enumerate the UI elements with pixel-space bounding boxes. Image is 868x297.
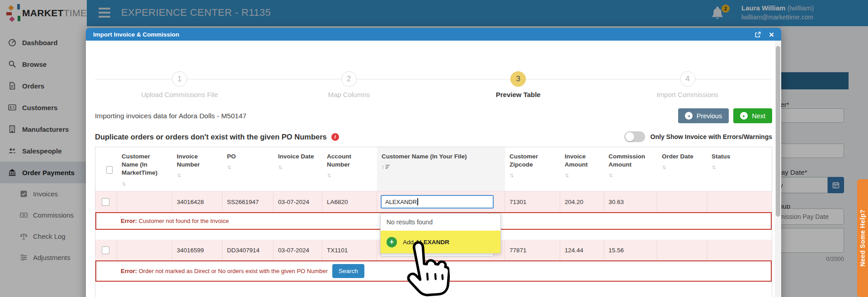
- close-icon[interactable]: ×: [769, 30, 774, 39]
- col-order-date[interactable]: Order Date↑↓: [657, 147, 707, 191]
- col-customer-name-file[interactable]: Customer Name (In Your File)↑: [377, 147, 505, 191]
- col-invoice-amount[interactable]: Invoice Amount↑↓: [560, 147, 604, 191]
- need-help-tab[interactable]: Need Some Help?: [857, 179, 868, 297]
- modal-scrollbar[interactable]: [775, 41, 781, 297]
- info-icon[interactable]: i: [331, 133, 339, 141]
- col-customer-name-mt[interactable]: Customer Name (In MarketTime)↑↓: [117, 147, 172, 191]
- sort-amount-icon[interactable]: ↑: [382, 163, 500, 171]
- importing-info-text: Importing invoices data for Adora Dolls …: [95, 112, 246, 120]
- need-help-label: Need Some Help?: [859, 209, 866, 267]
- plus-circle-icon: +: [387, 237, 397, 247]
- no-results-item: No results found: [381, 213, 500, 231]
- chevron-left-icon: ◂: [685, 112, 693, 120]
- sort-icon[interactable]: ↑↓: [565, 171, 599, 179]
- table-header-row: Customer Name (In MarketTime)↑↓ Invoice …: [95, 147, 772, 191]
- customer-name-input[interactable]: ALEXANDR: [381, 195, 494, 209]
- next-button[interactable]: ▸ Next: [733, 108, 772, 123]
- row-checkbox[interactable]: [102, 246, 109, 254]
- scrollbar-thumb[interactable]: [776, 46, 780, 217]
- stepper: 1 Upload Commissions File 2 Map Columns …: [95, 71, 772, 98]
- col-customer-zipcode[interactable]: Customer Zipcode↑↓: [505, 147, 560, 191]
- hand-cursor-icon: [397, 239, 452, 297]
- errors-only-toggle[interactable]: [624, 131, 645, 142]
- modal-header: Import Invoice & Commission ×: [86, 28, 781, 41]
- sort-icon[interactable]: ↑↓: [712, 163, 767, 171]
- col-invoice-date[interactable]: Invoice Date↑↓: [274, 147, 322, 191]
- sort-icon[interactable]: ↑↓: [662, 163, 703, 171]
- search-order-button[interactable]: Search: [332, 264, 364, 278]
- sort-icon[interactable]: ↑↓: [327, 171, 373, 179]
- col-po[interactable]: PO↑↓: [222, 147, 274, 191]
- col-commission-amount[interactable]: Commission Amount↑↓: [604, 147, 657, 191]
- sort-icon[interactable]: ↑↓: [177, 171, 218, 179]
- sort-icon[interactable]: ↑↓: [122, 180, 168, 188]
- row-checkbox[interactable]: [102, 198, 109, 206]
- step-map-columns[interactable]: 2 Map Columns: [264, 71, 434, 98]
- modal-title: Import Invoice & Commission: [93, 31, 179, 38]
- sort-icon[interactable]: ↑↓: [227, 163, 269, 171]
- step-upload-commissions-file[interactable]: 1 Upload Commissions File: [95, 71, 264, 98]
- sort-icon[interactable]: ↑↓: [278, 163, 318, 171]
- section-title: Duplicate orders or orders don't exist w…: [95, 133, 339, 141]
- expand-icon[interactable]: [755, 31, 761, 38]
- chevron-right-icon: ▸: [740, 112, 748, 120]
- previous-button[interactable]: ◂ Previous: [678, 108, 729, 123]
- sort-icon[interactable]: ↑↓: [509, 171, 556, 179]
- step-preview-table[interactable]: 3 Preview Table: [434, 71, 603, 98]
- col-account-number[interactable]: Account Number↑↓: [322, 147, 377, 191]
- text-caret: [417, 198, 418, 205]
- sort-icon[interactable]: ↑↓: [609, 171, 653, 179]
- col-status[interactable]: Status↑↓: [707, 147, 772, 191]
- col-invoice-number[interactable]: Invoice Number↑↓: [172, 147, 222, 191]
- step-import-commissions[interactable]: 4 Import Commissions: [603, 71, 773, 98]
- select-all-checkbox[interactable]: [106, 166, 113, 174]
- table-row: 34016428 SS2661947 03-07-2024 LA6820 ALE…: [95, 191, 772, 212]
- errors-only-toggle-label: Only Show Invoice with Errors/Warnings: [651, 133, 772, 140]
